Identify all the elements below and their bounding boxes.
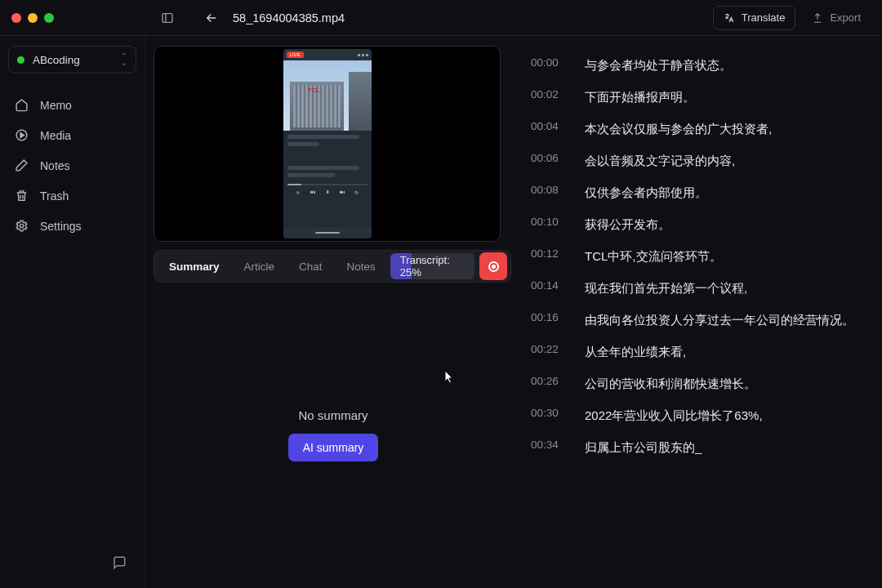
transcript-progress: Transcript: 25% <box>390 253 474 279</box>
back-button[interactable] <box>200 7 223 29</box>
minimize-window-button[interactable] <box>28 13 38 23</box>
transcript-time: 00:30 <box>531 407 570 419</box>
tab-bar: Summary Article Chat Notes Transcript: 2… <box>154 250 511 283</box>
transcript-row[interactable]: 00:14现在我们首先开始第一个议程, <box>529 272 867 304</box>
sidebar-item-label: Media <box>40 129 71 142</box>
cursor-icon <box>445 371 455 384</box>
repeat-icon: ↻ <box>354 189 360 195</box>
transcript-time: 00:10 <box>531 216 570 228</box>
transcript-text: 本次会议仅服与参会的广大投资者, <box>585 120 772 137</box>
translate-button[interactable]: Translate <box>713 6 796 30</box>
sidebar: ABcoding ⌃⌄ Memo Media Notes Trash S <box>0 36 145 588</box>
svg-rect-0 <box>163 13 172 22</box>
video-player[interactable]: LIVE TCL ⤮ <box>154 46 501 242</box>
workspace-name: ABcoding <box>33 54 113 66</box>
status-bar-icon <box>358 54 368 56</box>
transcript-row[interactable]: 00:26公司的营收和利润都快速增长。 <box>529 368 867 399</box>
sidebar-item-media[interactable]: Media <box>8 122 136 149</box>
svg-point-3 <box>20 224 23 227</box>
transcript-text: TCL中环,交流问答环节。 <box>585 247 722 265</box>
transcript-text: 2022年营业收入同比增长了63%, <box>585 407 763 424</box>
sidebar-item-memo[interactable]: Memo <box>8 91 136 118</box>
transcript-text: 从全年的业绩来看, <box>585 343 686 360</box>
play-circle-icon <box>15 128 29 142</box>
sidebar-item-trash[interactable]: Trash <box>8 182 136 209</box>
transcript-text: 公司的营收和利润都快速增长。 <box>585 375 756 392</box>
transcript-time: 00:08 <box>531 184 570 196</box>
transcript-time: 00:26 <box>531 375 570 387</box>
transcript-time: 00:16 <box>531 311 570 323</box>
transcript-text: 归属上市公司股东的_ <box>585 439 702 456</box>
pause-icon: ⏸ <box>324 189 331 195</box>
workspace-selector[interactable]: ABcoding ⌃⌄ <box>8 46 136 74</box>
shuffle-icon: ⤮ <box>295 189 301 195</box>
video-frame-phone: LIVE TCL ⤮ <box>283 49 372 238</box>
main: LIVE TCL ⤮ <box>145 36 882 588</box>
transcript-time: 00:02 <box>531 88 570 100</box>
next-track-icon: ⏭ <box>339 189 345 195</box>
home-icon <box>15 98 29 112</box>
tab-chat[interactable]: Chat <box>287 254 334 279</box>
transcript-list[interactable]: 00:00与参会者均处于静音状态。00:02下面开始播报声明。00:04本次会议… <box>524 46 872 575</box>
export-button[interactable]: Export <box>802 6 871 30</box>
transcript-time: 00:12 <box>531 247 570 260</box>
live-badge: LIVE <box>287 51 304 58</box>
summary-panel: No summary AI summary <box>154 291 513 578</box>
transcript-time: 00:34 <box>531 439 570 451</box>
transcript-row[interactable]: 00:12TCL中环,交流问答环节。 <box>529 240 867 272</box>
transcript-row[interactable]: 00:02下面开始播报声明。 <box>529 81 867 113</box>
transcript-row[interactable]: 00:04本次会议仅服与参会的广大投资者, <box>529 113 867 145</box>
record-icon <box>488 261 499 272</box>
transcript-row[interactable]: 00:34归属上市公司股东的_ <box>529 431 867 463</box>
export-label: Export <box>830 11 861 24</box>
transcript-text: 由我向各位投资人分享过去一年公司的经营情况。 <box>585 311 854 328</box>
file-title: 58_1694004385.mp4 <box>233 11 345 24</box>
sidebar-item-label: Trash <box>40 189 69 203</box>
close-window-button[interactable] <box>11 13 21 23</box>
tab-article[interactable]: Article <box>233 254 287 279</box>
transcript-time: 00:14 <box>531 279 570 292</box>
record-button[interactable] <box>479 252 507 280</box>
window-controls <box>11 13 54 23</box>
export-icon <box>812 12 823 24</box>
pencil-icon <box>15 158 29 172</box>
chevron-up-down-icon: ⌃⌄ <box>121 53 127 66</box>
transcript-row[interactable]: 00:00与参会者均处于静音状态。 <box>529 49 867 81</box>
ai-summary-button[interactable]: AI summary <box>288 434 379 461</box>
transcript-row[interactable]: 00:22从全年的业绩来看, <box>529 336 867 368</box>
fullscreen-window-button[interactable] <box>44 13 54 23</box>
transcript-text: 与参会者均处于静音状态。 <box>585 56 732 74</box>
transcript-time: 00:00 <box>531 56 570 69</box>
transcript-row[interactable]: 00:302022年营业收入同比增长了63%, <box>529 399 867 431</box>
translate-icon <box>724 12 735 24</box>
transcript-row[interactable]: 00:06会以音频及文字记录的内容, <box>529 145 867 176</box>
tab-notes[interactable]: Notes <box>336 254 387 279</box>
empty-summary-text: No summary <box>298 408 368 422</box>
transcript-text: 仅供参会者内部使用。 <box>585 184 707 201</box>
titlebar: 58_1694004385.mp4 Translate Export <box>0 0 882 36</box>
gear-icon <box>15 219 29 233</box>
feedback-button[interactable] <box>107 550 131 578</box>
nav: Memo Media Notes Trash Settings <box>8 91 136 239</box>
status-dot-icon <box>17 56 24 64</box>
transcript-row[interactable]: 00:16由我向各位投资人分享过去一年公司的经营情况。 <box>529 304 867 336</box>
sidebar-item-label: Notes <box>40 159 70 172</box>
trash-icon <box>15 189 29 203</box>
translate-label: Translate <box>742 11 786 24</box>
sidebar-item-settings[interactable]: Settings <box>8 212 136 239</box>
transcript-text: 获得公开发布。 <box>585 216 670 233</box>
brand-logo: TCL <box>308 87 321 94</box>
sidebar-item-label: Memo <box>40 99 72 112</box>
transcript-row[interactable]: 00:10获得公开发布。 <box>529 208 867 240</box>
transcript-time: 00:04 <box>531 120 570 132</box>
toggle-sidebar-button[interactable] <box>156 7 179 29</box>
sidebar-item-notes[interactable]: Notes <box>8 152 136 179</box>
transcript-row[interactable]: 00:08仅供参会者内部使用。 <box>529 176 867 208</box>
transcript-text: 下面开始播报声明。 <box>585 88 695 105</box>
tab-summary[interactable]: Summary <box>158 254 231 279</box>
chat-icon <box>112 555 127 570</box>
transcript-text: 会以音频及文字记录的内容, <box>585 152 735 169</box>
sidebar-item-label: Settings <box>40 220 82 233</box>
transcript-text: 现在我们首先开始第一个议程, <box>585 279 747 296</box>
transcript-time: 00:22 <box>531 343 570 355</box>
